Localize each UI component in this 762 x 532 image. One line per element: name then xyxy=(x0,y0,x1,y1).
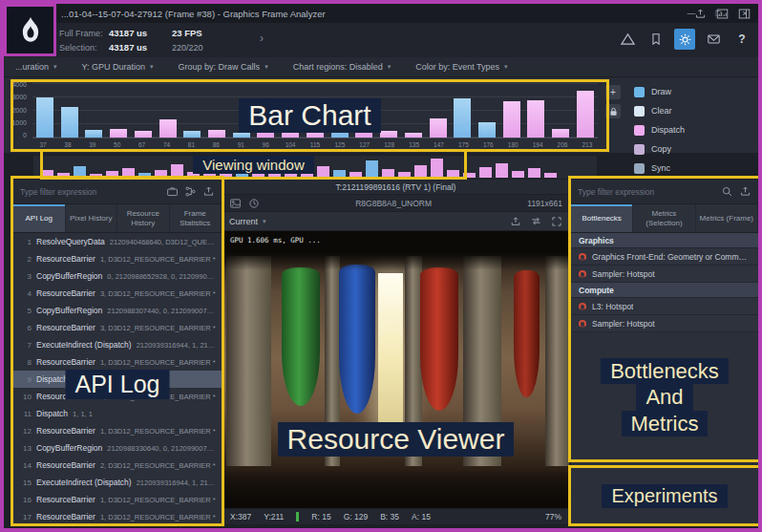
tab-metrics-selection[interactable]: Metrics (Selection) xyxy=(633,204,695,232)
tab-metrics-frame[interactable]: Metrics (Frame) xyxy=(696,204,758,232)
preview-bar xyxy=(187,172,200,178)
chart-plot-area[interactable] xyxy=(32,83,598,138)
api-log-row[interactable]: 12ResourceBarrier1, D3D12_RESOURCE_BARRI… xyxy=(13,422,222,439)
chart-bar[interactable] xyxy=(307,130,324,138)
api-log-row[interactable]: 6ResourceBarrier3, D3D12_RESOURCE_BARRIE… xyxy=(13,319,222,336)
zoom-in-button[interactable]: + xyxy=(605,85,621,99)
fullscreen-icon[interactable] xyxy=(551,216,562,227)
api-log-row[interactable]: 17ResourceBarrier1, D3D12_RESOURCE_BARRI… xyxy=(13,508,222,524)
chart-view-icon[interactable] xyxy=(716,8,729,20)
chart-bar[interactable] xyxy=(478,122,496,138)
cursor-x: X:387 xyxy=(230,512,251,521)
chart-bar[interactable] xyxy=(454,98,471,138)
metrics-filter-input[interactable] xyxy=(578,187,715,197)
history-clock-icon[interactable] xyxy=(248,198,260,209)
chart-bar[interactable] xyxy=(110,129,127,138)
chart-bar[interactable] xyxy=(355,100,372,138)
view-mode-dropdown[interactable]: Current ▾ xyxy=(229,217,266,226)
export-log-icon[interactable] xyxy=(202,185,215,198)
export-metrics-icon[interactable] xyxy=(739,185,751,198)
metrics-item[interactable]: L3: Hotspot xyxy=(571,298,758,315)
image-icon[interactable] xyxy=(229,198,242,209)
toolbar-dropdown-3[interactable]: Chart regions: Disabled▾ xyxy=(293,62,392,72)
lock-icon[interactable] xyxy=(605,104,621,118)
api-log-row[interactable]: 14ResourceBarrier2, D3D12_RESOURCE_BARRI… xyxy=(13,457,222,474)
compare-icon[interactable] xyxy=(530,215,542,227)
api-log-row[interactable]: 7ExecuteIndirect (Dispatch)2120939316944… xyxy=(13,336,222,353)
bottleneck-triangle-icon[interactable] xyxy=(617,29,638,50)
legend-item-draw[interactable]: Draw xyxy=(634,86,685,97)
tab-resource-history[interactable]: Resource History xyxy=(117,204,170,232)
api-log-row[interactable]: 5CopyBufferRegion2120988307440, 0, 21209… xyxy=(13,302,222,319)
metrics-item[interactable]: Graphics Front-End: Geometry or Comman..… xyxy=(571,248,758,266)
chart-bar[interactable] xyxy=(61,107,78,138)
chart-bar[interactable] xyxy=(159,119,177,138)
chart-bar[interactable] xyxy=(208,130,225,138)
row-number: 14 xyxy=(18,461,32,470)
chart-bar[interactable] xyxy=(552,129,569,138)
api-log-row[interactable]: 9Dispatch1, 1, 1 xyxy=(13,371,222,388)
legend-swatch xyxy=(634,163,645,174)
api-log-row[interactable]: 15ExecuteIndirect (Dispatch)212093931694… xyxy=(13,474,222,491)
chart-bar[interactable] xyxy=(331,115,349,138)
chart-bar[interactable] xyxy=(380,131,397,138)
chart-bar[interactable] xyxy=(85,130,102,138)
preview-bar xyxy=(398,172,411,178)
row-name: ResourceBarrier xyxy=(36,323,95,332)
render-target-image[interactable]: GPU 1.606 ms, GPU ... xyxy=(222,231,569,508)
row-number: 9 xyxy=(18,375,32,384)
tab-api-log[interactable]: API Log xyxy=(13,204,66,232)
settings-gear-icon[interactable] xyxy=(674,29,695,50)
tab-frame-statistics[interactable]: Frame Statistics xyxy=(170,204,222,232)
api-log-filter-input[interactable] xyxy=(20,187,160,197)
api-log-row[interactable]: 2ResourceBarrier1, D3D12_RESOURCE_BARRIE… xyxy=(13,250,222,267)
api-log-row[interactable]: 3CopyBufferRegion0, 2120988652928, 0, 21… xyxy=(13,267,222,285)
save-image-icon[interactable] xyxy=(510,216,521,227)
chart-bar[interactable] xyxy=(36,97,53,138)
toolbar-dropdown-0[interactable]: ...uration▾ xyxy=(15,62,57,72)
chart-bar[interactable] xyxy=(405,133,422,138)
api-log-row[interactable]: 1ResolveQueryData2120940468640, D3D12_QU… xyxy=(13,233,222,250)
panel-toggle-icon[interactable] xyxy=(738,8,751,20)
legend-item-clear[interactable]: Clear xyxy=(634,105,685,117)
api-log-row[interactable]: 4ResourceBarrier3, D3D12_RESOURCE_BARRIE… xyxy=(13,285,222,302)
chart-bar[interactable] xyxy=(183,131,201,138)
chart-bar[interactable] xyxy=(257,103,274,138)
toolbar-dropdown-2[interactable]: Group by: Draw Calls▾ xyxy=(179,62,268,72)
legend-item-sync[interactable]: Sync xyxy=(634,162,685,174)
frame-stats: Full Frame: 43187 us 23 FPS Selection: 4… xyxy=(59,26,203,54)
help-button[interactable]: ? xyxy=(731,29,752,50)
chart-bar[interactable] xyxy=(430,118,447,138)
search-icon xyxy=(721,185,733,198)
api-log-row[interactable]: 13CopyBufferRegion2120988330640, 0, 2120… xyxy=(13,439,222,457)
chart-bar[interactable] xyxy=(282,127,299,138)
tab-pixel-history[interactable]: Pixel History xyxy=(66,204,118,232)
metrics-item[interactable]: Sampler: Hotspot xyxy=(571,315,758,332)
chart-bar[interactable] xyxy=(577,91,594,138)
graphics-frame-analyzer-window: ...01-04--15-07-04-27912 (Frame #38) - G… xyxy=(0,0,762,532)
chart-bar[interactable] xyxy=(135,131,152,138)
briefcase-icon[interactable] xyxy=(166,185,179,198)
api-log-row[interactable]: 10ResourceBarrier3, D3D12_RESOURCE_BARRI… xyxy=(13,388,222,405)
bookmark-icon[interactable] xyxy=(646,29,667,50)
pixel-r: R: 15 xyxy=(311,512,330,521)
legend-item-copy[interactable]: Copy xyxy=(634,143,685,155)
hierarchy-tree-icon[interactable] xyxy=(184,185,197,198)
api-log-row[interactable]: 16ResourceBarrier1, D3D12_RESOURCE_BARRI… xyxy=(13,491,222,508)
chart-bar[interactable] xyxy=(503,101,520,138)
chevron-right-icon[interactable]: › xyxy=(260,32,264,45)
chart-bar[interactable] xyxy=(233,133,250,138)
toolbar-dropdown-1[interactable]: Y: GPU Duration▾ xyxy=(82,62,154,72)
chart-bar[interactable] xyxy=(527,100,544,138)
toolbar-dropdown-4[interactable]: Color by: Event Types▾ xyxy=(415,62,507,72)
timeline-preview-strip[interactable] xyxy=(32,155,598,180)
export-chart-icon[interactable] xyxy=(694,8,707,20)
feedback-envelope-icon[interactable] xyxy=(703,29,724,50)
row-name: CopyBufferRegion xyxy=(36,443,102,453)
tab-bottlenecks[interactable]: Bottlenecks xyxy=(571,204,633,232)
api-log-row[interactable]: 8ResourceBarrier1, D3D12_RESOURCE_BARRIE… xyxy=(13,353,222,371)
metrics-item[interactable]: Sampler: Hotspot xyxy=(571,266,758,283)
row-args: 2, D3D12_RESOURCE_BARRIER * xyxy=(100,461,217,470)
api-log-row[interactable]: 11Dispatch1, 1, 1 xyxy=(13,405,222,422)
legend-item-dispatch[interactable]: Dispatch xyxy=(634,124,685,136)
